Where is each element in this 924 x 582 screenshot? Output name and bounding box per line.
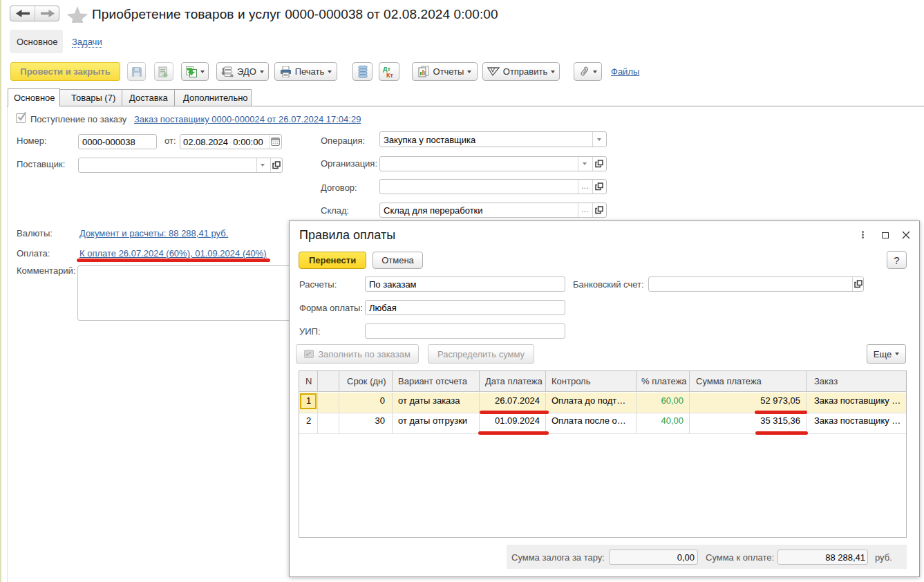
svg-text:Кт: Кт [386, 72, 393, 79]
